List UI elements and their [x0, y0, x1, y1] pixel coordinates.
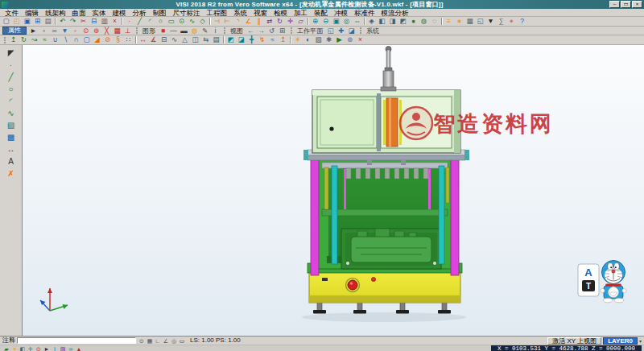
- menu-item[interactable]: 视窗: [250, 9, 270, 17]
- info-status-icon[interactable]: i: [51, 345, 59, 351]
- test-frame[interactable]: [317, 159, 452, 269]
- mirror-icon[interactable]: ⇄: [264, 17, 275, 26]
- toolbar-grip[interactable]: [224, 27, 225, 34]
- light-icon[interactable]: ✳: [292, 35, 303, 44]
- circle-tool-icon[interactable]: ○: [3, 83, 19, 94]
- measure-distance-icon[interactable]: ↔: [138, 35, 148, 44]
- render-icon[interactable]: ◐: [303, 35, 313, 44]
- osnap-toggle-icon[interactable]: ◎: [170, 337, 178, 345]
- iso-view-icon[interactable]: ◈: [366, 17, 377, 26]
- zoom-window-icon[interactable]: ▣: [331, 17, 341, 26]
- arc-tool-icon[interactable]: ◜: [3, 95, 19, 106]
- save-icon[interactable]: ▣: [22, 17, 32, 26]
- snap-end-icon[interactable]: ◦: [70, 27, 80, 35]
- revolve-icon[interactable]: ↻: [19, 35, 29, 44]
- top-view-icon[interactable]: ◧: [377, 17, 387, 26]
- menu-item[interactable]: 冲模: [331, 9, 351, 17]
- electrode-icon[interactable]: ↯: [257, 35, 267, 44]
- layer-dropdown-caret[interactable]: ▾: [639, 338, 642, 344]
- wireframe-view-icon[interactable]: ◍: [419, 17, 429, 26]
- select-mode-icon[interactable]: ►: [43, 345, 51, 351]
- snap-grid-icon[interactable]: ▦: [112, 27, 122, 35]
- menu-item[interactable]: 实体: [89, 9, 109, 17]
- workplane-xy-icon[interactable]: ◱: [325, 27, 336, 35]
- select-icon[interactable]: ►: [28, 27, 39, 35]
- snap-toggle-icon[interactable]: ⊙: [138, 337, 146, 345]
- spline-icon[interactable]: ∿: [187, 17, 197, 26]
- next-view-icon[interactable]: →: [256, 27, 266, 35]
- viewports-icon[interactable]: ⊞: [277, 27, 287, 35]
- draft-icon[interactable]: ◢: [92, 35, 102, 44]
- snap-intersect-icon[interactable]: ╳: [101, 27, 112, 35]
- report-icon[interactable]: ▤: [211, 35, 221, 44]
- parting-line-icon[interactable]: ╋: [246, 35, 257, 44]
- compare-icon[interactable]: ⇆: [200, 35, 211, 44]
- zoom-fit-icon[interactable]: ◎: [341, 17, 352, 26]
- filter-icon[interactable]: ▼: [60, 27, 70, 35]
- measure-icon[interactable]: ⌖: [506, 17, 517, 26]
- ortho-toggle-icon[interactable]: ∟: [154, 337, 162, 345]
- paste-icon[interactable]: ▥: [99, 17, 109, 26]
- workplane-icon[interactable]: ◱: [475, 17, 485, 26]
- save-all-icon[interactable]: ⊞: [32, 17, 43, 26]
- draft-check-icon[interactable]: △: [180, 35, 190, 44]
- refresh-view-icon[interactable]: ↺: [266, 27, 277, 35]
- line-icon[interactable]: ╱: [134, 17, 145, 26]
- toolbar-grip[interactable]: [291, 27, 292, 34]
- subtract-icon[interactable]: ∖: [60, 35, 71, 44]
- layer-indicator[interactable]: LAYER0: [603, 337, 638, 345]
- wcs-icon[interactable]: ✛: [27, 345, 35, 351]
- flag-icon[interactable]: ▲: [75, 345, 83, 351]
- menu-item[interactable]: 制图: [150, 9, 170, 17]
- menu-item[interactable]: 装配: [311, 9, 331, 17]
- thickness-icon[interactable]: ◫: [190, 35, 200, 44]
- arc-icon[interactable]: ◜: [145, 17, 155, 26]
- text-tool-icon[interactable]: A: [3, 155, 19, 167]
- solid-tool-icon[interactable]: ▩: [3, 131, 19, 142]
- pan-icon[interactable]: ⇔: [352, 17, 362, 26]
- thread-icon[interactable]: §: [113, 35, 123, 44]
- window-select-icon[interactable]: ▫: [39, 27, 49, 35]
- menu-item[interactable]: 检模: [270, 9, 291, 17]
- database-icon[interactable]: ⊚: [345, 35, 355, 44]
- lineweight-icon[interactable]: ▬: [179, 27, 189, 35]
- curve-tool-icon[interactable]: ∿: [3, 107, 19, 118]
- workplane-auto-icon[interactable]: ✚: [336, 27, 346, 35]
- measure-angle-icon[interactable]: ∡: [148, 35, 159, 44]
- delete-icon[interactable]: ×: [109, 17, 120, 26]
- restore-button[interactable]: ▭: [621, 1, 631, 8]
- layer-visibility-icon[interactable]: ◍: [189, 27, 200, 35]
- color-swatch-icon[interactable]: ■: [158, 27, 168, 35]
- chamfer-icon[interactable]: ∠: [243, 17, 254, 26]
- workplane-3d-icon[interactable]: ◪: [346, 27, 357, 35]
- control-cabinet[interactable]: [312, 90, 460, 153]
- info-icon[interactable]: i: [210, 27, 221, 35]
- dimension-tool-icon[interactable]: ↔: [3, 143, 19, 155]
- menu-item[interactable]: 分析: [130, 9, 150, 17]
- comment-input[interactable]: [17, 337, 136, 344]
- hidden-line-view-icon[interactable]: ◌: [429, 17, 440, 26]
- loft-icon[interactable]: ≈: [39, 35, 50, 44]
- menu-item[interactable]: 线架构: [42, 9, 69, 17]
- erase-tool-icon[interactable]: ✗: [3, 167, 19, 179]
- print-icon[interactable]: ▤: [43, 17, 53, 26]
- polar-toggle-icon[interactable]: ∠: [162, 337, 170, 345]
- macro-icon[interactable]: ▶: [334, 35, 345, 44]
- view-filter-icon[interactable]: ◧: [19, 345, 27, 351]
- pneumatic-cylinder[interactable]: [381, 47, 396, 92]
- curvature-icon[interactable]: ∿: [169, 35, 180, 44]
- menu-item[interactable]: 尺寸标注: [170, 9, 204, 17]
- layers-icon[interactable]: ≡: [444, 17, 454, 26]
- undo-icon[interactable]: ↶: [57, 17, 68, 26]
- zoom-in-icon[interactable]: ⊕: [310, 17, 320, 26]
- menu-item[interactable]: 文件: [2, 9, 22, 17]
- section-icon[interactable]: ⊟: [159, 35, 169, 44]
- trim-icon[interactable]: ⊣: [212, 17, 222, 26]
- circle-icon[interactable]: ○: [155, 17, 166, 26]
- ellipse-icon[interactable]: ⊙: [176, 17, 187, 26]
- menu-item[interactable]: 编辑: [22, 9, 42, 17]
- rectangle-icon[interactable]: ▭: [166, 17, 176, 26]
- menu-item[interactable]: 工程图: [204, 9, 231, 17]
- open-file-icon[interactable]: ◰: [11, 17, 22, 26]
- snap-filter-icon[interactable]: ⊙: [35, 345, 43, 351]
